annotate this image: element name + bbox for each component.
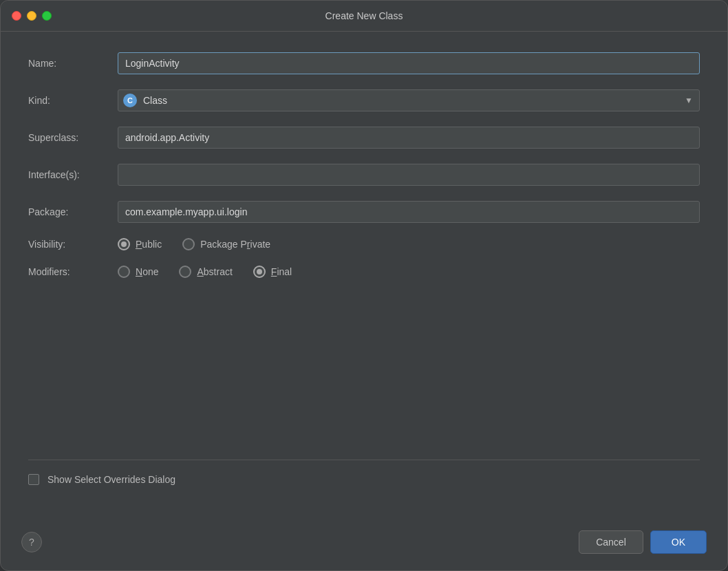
name-label: Name: [28, 58, 118, 69]
kind-select-wrapper: C Class Interface Enum Annotation ▼ [118, 89, 700, 111]
visibility-label: Visibility: [28, 239, 118, 250]
kind-row: Kind: C Class Interface Enum Annotation … [28, 89, 700, 111]
modifier-final-option[interactable]: Final [253, 266, 292, 278]
minimize-button[interactable] [27, 11, 36, 21]
interfaces-input[interactable] [118, 164, 700, 186]
modifier-abstract-option[interactable]: Abstract [179, 266, 232, 278]
show-overrides-checkbox[interactable] [28, 474, 39, 485]
create-new-class-dialog: Create New Class Name: Kind: C Class Int… [0, 0, 728, 571]
visibility-package-private-label: Package Private [200, 239, 270, 250]
dialog-title: Create New Class [325, 10, 403, 21]
ok-button[interactable]: OK [650, 530, 707, 554]
visibility-radio-group: Public Package Private [118, 238, 700, 250]
help-button[interactable]: ? [21, 532, 42, 552]
show-overrides-row: Show Select Overrides Dialog [28, 474, 700, 485]
maximize-button[interactable] [42, 11, 52, 21]
traffic-lights [12, 11, 52, 21]
modifier-final-radio[interactable] [253, 266, 266, 278]
modifiers-row: Modifiers: None Abstract Final [28, 266, 700, 278]
package-row: Package: [28, 201, 700, 223]
kind-label: Kind: [28, 95, 118, 106]
name-input[interactable] [118, 52, 700, 74]
superclass-row: Superclass: [28, 127, 700, 149]
modifier-none-label: None [136, 266, 158, 277]
modifiers-radio-group: None Abstract Final [118, 266, 700, 278]
visibility-public-label: Public [136, 239, 162, 250]
cancel-button[interactable]: Cancel [579, 530, 643, 554]
package-input[interactable] [118, 201, 700, 223]
show-overrides-label: Show Select Overrides Dialog [47, 474, 175, 485]
name-row: Name: [28, 52, 700, 74]
interfaces-label: Interface(s): [28, 169, 118, 180]
package-label: Package: [28, 206, 118, 217]
interfaces-row: Interface(s): [28, 164, 700, 186]
modifier-final-label: Final [271, 266, 292, 277]
modifier-abstract-radio[interactable] [179, 266, 191, 278]
dialog-content: Name: Kind: C Class Interface Enum Annot… [1, 32, 727, 519]
kind-class-icon: C [123, 94, 137, 107]
visibility-public-option[interactable]: Public [118, 238, 162, 250]
modifier-none-option[interactable]: None [118, 266, 158, 278]
footer-buttons: Cancel OK [579, 530, 707, 554]
superclass-input[interactable] [118, 127, 700, 149]
visibility-package-private-radio[interactable] [182, 238, 195, 250]
modifiers-label: Modifiers: [28, 266, 118, 277]
visibility-public-radio[interactable] [118, 238, 130, 250]
close-button[interactable] [12, 11, 21, 21]
modifier-abstract-label: Abstract [197, 266, 232, 277]
title-bar: Create New Class [1, 1, 727, 32]
kind-select[interactable]: Class Interface Enum Annotation [118, 89, 700, 111]
modifier-none-radio[interactable] [118, 266, 130, 278]
superclass-label: Superclass: [28, 132, 118, 143]
visibility-row: Visibility: Public Package Private [28, 238, 700, 250]
visibility-package-private-option[interactable]: Package Private [182, 238, 270, 250]
divider [28, 460, 700, 460]
dialog-footer: ? Cancel OK [1, 519, 727, 570]
